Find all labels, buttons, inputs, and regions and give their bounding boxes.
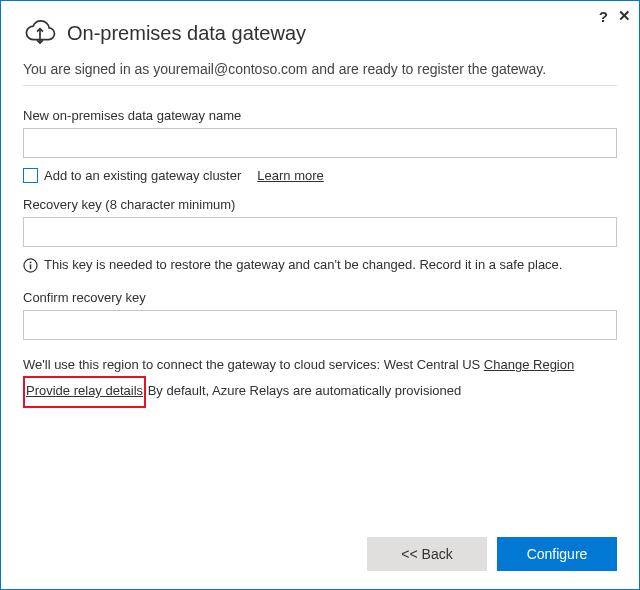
- svg-point-2: [30, 261, 32, 263]
- signin-suffix: and are ready to register the gateway.: [308, 61, 547, 77]
- cloud-gateway-icon: [23, 17, 57, 50]
- add-cluster-checkbox[interactable]: [23, 168, 38, 183]
- close-icon[interactable]: ✕: [618, 7, 631, 25]
- help-icon[interactable]: ?: [599, 8, 608, 25]
- gateway-registration-window: ? ✕ On-premises data gateway You are sig…: [0, 0, 640, 590]
- recovery-key-info: This key is needed to restore the gatewa…: [44, 257, 562, 272]
- dialog-title: On-premises data gateway: [67, 22, 306, 45]
- provide-relay-details-link[interactable]: Provide relay details: [26, 383, 143, 398]
- add-cluster-label[interactable]: Add to an existing gateway cluster: [44, 168, 241, 183]
- signin-prefix: You are signed in as: [23, 61, 153, 77]
- recovery-key-input[interactable]: [23, 217, 617, 247]
- titlebar-controls: ? ✕: [599, 7, 631, 25]
- info-icon: [23, 257, 38, 276]
- signin-status: You are signed in as youremail@contoso.c…: [23, 60, 617, 86]
- relay-highlight-box: Provide relay details: [23, 376, 146, 408]
- region-prefix: We'll use this region to connect the gat…: [23, 357, 384, 372]
- svg-rect-3: [30, 264, 32, 269]
- change-region-link[interactable]: Change Region: [484, 357, 574, 372]
- configure-button[interactable]: Configure: [497, 537, 617, 571]
- relay-suffix: By default, Azure Relays are automatical…: [144, 383, 461, 398]
- recovery-key-label: Recovery key (8 character minimum): [23, 197, 617, 212]
- region-value: West Central US: [384, 357, 481, 372]
- dialog-header: On-premises data gateway: [23, 17, 617, 50]
- signin-email: youremail@contoso.com: [153, 61, 307, 77]
- gateway-name-label: New on-premises data gateway name: [23, 108, 617, 123]
- back-button[interactable]: << Back: [367, 537, 487, 571]
- dialog-footer: << Back Configure: [23, 537, 617, 571]
- learn-more-link[interactable]: Learn more: [257, 168, 323, 183]
- confirm-key-input[interactable]: [23, 310, 617, 340]
- confirm-key-label: Confirm recovery key: [23, 290, 617, 305]
- gateway-name-input[interactable]: [23, 128, 617, 158]
